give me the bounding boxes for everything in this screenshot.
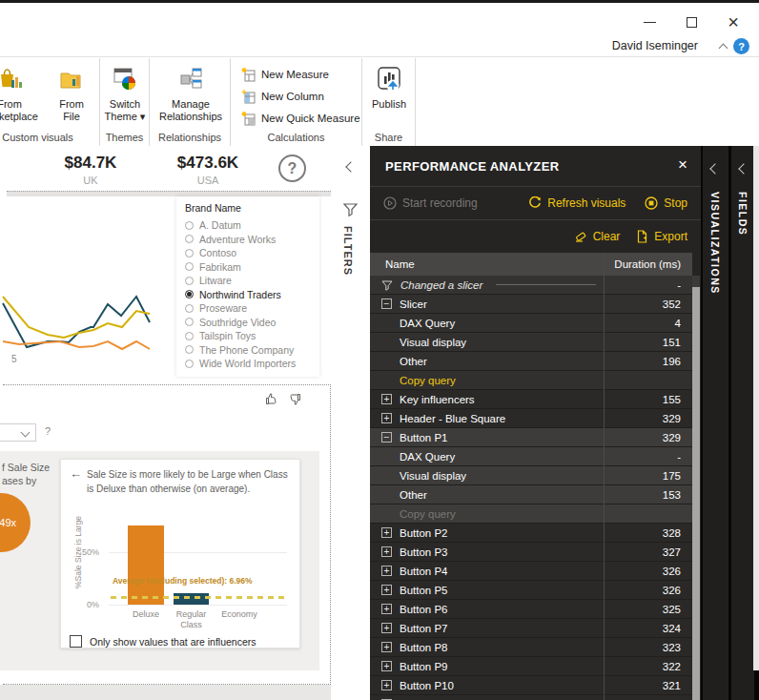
pa-subrow[interactable]: Visual display175 <box>370 466 692 485</box>
thumbs-down-icon[interactable] <box>287 392 301 406</box>
pa-scrollbar-thumb[interactable] <box>692 287 700 700</box>
pa-subrow[interactable]: Other196 <box>370 352 692 371</box>
new-measure-button[interactable]: New Measure <box>240 66 329 82</box>
pa-row[interactable]: +Button P7324 <box>370 619 692 638</box>
stop-button[interactable]: Stop <box>645 196 687 210</box>
influencer-bar-deluxe[interactable] <box>128 525 164 605</box>
expand-icon[interactable]: + <box>381 566 392 576</box>
radio-icon[interactable] <box>185 262 194 271</box>
expand-icon[interactable]: + <box>381 394 392 404</box>
radio-icon[interactable] <box>185 304 194 313</box>
pa-row[interactable]: +Button P8323 <box>370 638 692 657</box>
key-influencers-visual[interactable]: f Sale Size ases by 11.49x ← Sale Size i… <box>0 451 319 670</box>
slicer-option[interactable]: Adventure Works <box>185 233 319 247</box>
refresh-visuals-button[interactable]: Refresh visuals <box>528 196 626 210</box>
radio-icon[interactable] <box>185 290 194 299</box>
radio-icon[interactable] <box>185 360 194 368</box>
filters-pane-collapsed[interactable]: FILTERS <box>332 146 370 700</box>
radio-icon[interactable] <box>185 249 194 257</box>
pa-row[interactable]: +Button P10321 <box>370 676 692 695</box>
expand-icon[interactable]: + <box>381 623 392 633</box>
fields-pane-collapsed[interactable]: FIELDS <box>731 146 754 700</box>
expand-icon[interactable]: + <box>381 413 392 423</box>
question-mark-button-visual[interactable]: ? <box>278 154 306 182</box>
pa-row[interactable]: +Button P3327 <box>370 543 692 562</box>
expand-icon[interactable]: + <box>381 661 392 671</box>
new-quick-measure-button[interactable]: New Quick Measure <box>240 110 360 126</box>
from-marketplace-button[interactable]: From Marketplace <box>0 64 39 122</box>
slicer-option[interactable]: Proseware <box>185 301 319 316</box>
account-name[interactable]: David Iseminger <box>612 39 698 52</box>
pa-subrow[interactable]: Visual display151 <box>370 333 692 352</box>
pa-scrollbar-track[interactable] <box>692 276 700 700</box>
slicer-option[interactable]: The Phone Company <box>185 343 319 358</box>
collapse-icon[interactable]: − <box>381 432 392 443</box>
pa-close-button[interactable]: × <box>678 155 687 175</box>
pa-row[interactable]: +Button P4326 <box>370 562 692 581</box>
visualizations-pane-title[interactable]: VISUALIZATIONS <box>709 192 721 295</box>
radio-icon[interactable] <box>185 318 194 326</box>
influencer-bar-regular-class[interactable] <box>174 593 209 605</box>
slicer-option[interactable]: Southridge Video <box>185 316 319 330</box>
slicer-option[interactable]: Contoso <box>185 246 319 260</box>
pa-subrow[interactable]: Other153 <box>370 485 692 504</box>
minimize-button[interactable] <box>635 10 664 33</box>
switch-theme-button[interactable]: Switch Theme ▾ <box>103 64 147 122</box>
slicer-option[interactable]: Fabrikam <box>185 260 319 275</box>
pa-row[interactable]: +Button P6325 <box>370 600 692 619</box>
visualizations-pane-collapsed[interactable]: VISUALIZATIONS <box>703 146 728 700</box>
expand-icon[interactable]: + <box>381 585 392 595</box>
expand-icon[interactable]: + <box>381 642 392 652</box>
slicer-option[interactable]: Litware <box>185 274 319 288</box>
radio-icon[interactable] <box>185 345 194 354</box>
influencer-multiplier-bubble[interactable]: 11.49x <box>0 493 31 552</box>
chevron-up-icon[interactable] <box>719 44 728 53</box>
slicer-option[interactable]: Tailspin Toys <box>185 329 319 343</box>
manage-relationships-button[interactable]: Manage Relationships <box>156 64 225 122</box>
pa-row[interactable]: −Button P1329 <box>370 428 692 447</box>
clear-button[interactable]: Clear <box>574 230 621 243</box>
expand-visualizations-chevron-icon[interactable] <box>709 163 720 174</box>
card-visual-uk[interactable]: $84.7K UK <box>52 154 129 186</box>
only-influencers-checkbox[interactable] <box>70 635 82 648</box>
export-button[interactable]: Export <box>635 230 687 243</box>
maximize-button[interactable] <box>677 10 706 33</box>
pa-row[interactable]: +Key influencers155 <box>370 390 692 409</box>
expand-icon[interactable]: + <box>381 546 392 557</box>
expand-icon[interactable]: + <box>381 680 392 690</box>
collapse-icon[interactable]: − <box>381 299 392 309</box>
pa-subrow[interactable]: Copy query <box>370 371 692 390</box>
thumbs-up-icon[interactable] <box>265 392 279 406</box>
column-header-duration[interactable]: Duration (ms) <box>614 258 692 270</box>
back-arrow-icon[interactable]: ← <box>70 466 82 481</box>
pa-row[interactable]: +Button P2328 <box>370 524 692 543</box>
slicer-option[interactable]: Northwind Traders <box>185 288 319 302</box>
copy-query-link[interactable]: Copy query <box>400 375 456 386</box>
pa-row[interactable]: Changed a slicer- <box>370 276 692 295</box>
publish-button[interactable]: Publish <box>367 64 411 111</box>
card-visual-usa[interactable]: $473.6K USA <box>170 154 246 186</box>
pa-row[interactable]: +Header - Blue Square329 <box>370 409 692 428</box>
radio-icon[interactable] <box>185 332 194 340</box>
influencer-help[interactable]: ? <box>45 425 51 437</box>
brand-name-slicer[interactable]: Brand Name A. DatumAdventure WorksContos… <box>176 196 319 377</box>
pa-subrow[interactable]: DAX Query4 <box>370 314 692 333</box>
fields-pane-title[interactable]: FIELDS <box>737 192 749 236</box>
from-file-button[interactable]: From File <box>51 64 92 122</box>
pa-subrow[interactable]: DAX Query- <box>370 447 692 466</box>
slicer-option[interactable]: Wide World Importers <box>185 357 319 371</box>
radio-icon[interactable] <box>185 277 194 285</box>
new-column-button[interactable]: New Column <box>240 88 324 104</box>
slicer-option[interactable]: A. Datum <box>185 218 319 233</box>
filters-pane-title[interactable]: FILTERS <box>342 226 354 276</box>
expand-fields-chevron-icon[interactable] <box>738 163 749 174</box>
expand-icon[interactable]: + <box>381 527 392 538</box>
radio-icon[interactable] <box>185 221 194 230</box>
pa-row[interactable]: +Button P9 A320 <box>370 695 692 700</box>
influencer-dropdown[interactable] <box>0 423 36 442</box>
pa-row[interactable]: −Slicer352 <box>370 295 692 314</box>
pa-row[interactable]: +Button P5326 <box>370 581 692 600</box>
close-window-button[interactable]: × <box>719 10 748 33</box>
pa-row[interactable]: +Button P9322 <box>370 657 692 676</box>
expand-filters-chevron-icon[interactable] <box>345 161 356 172</box>
